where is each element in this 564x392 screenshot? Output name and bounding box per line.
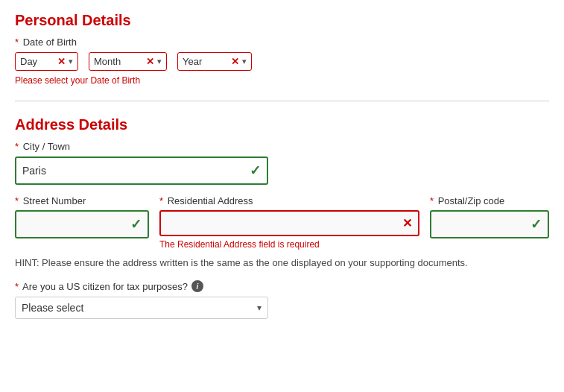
info-icon[interactable]: i (191, 280, 203, 292)
street-input-wrapper[interactable]: ✓ (15, 210, 149, 238)
residential-input[interactable] (167, 218, 402, 230)
residential-required-marker: * (159, 195, 163, 206)
postal-input[interactable] (437, 218, 530, 230)
street-label: * Street Number (15, 195, 149, 206)
address-fields-row: * Street Number ✓ * Residential Address … (15, 195, 549, 250)
personal-details-title: Personal Details (15, 12, 549, 29)
day-clear-icon[interactable]: ✕ (57, 56, 66, 67)
us-citizen-required-marker: * (15, 281, 19, 292)
month-select[interactable]: Month (94, 56, 143, 67)
postal-required-marker: * (430, 195, 434, 206)
day-select[interactable]: Day (20, 56, 54, 67)
dob-required-marker: * (15, 37, 19, 48)
city-required-marker: * (15, 141, 19, 152)
us-citizen-chevron-icon: ▾ (257, 303, 262, 313)
city-input[interactable] (22, 165, 250, 177)
residential-input-wrapper[interactable]: ✕ (159, 210, 419, 236)
postal-label: * Postal/Zip code (430, 195, 549, 206)
hint-text: HINT: Please ensure the address written … (15, 257, 549, 268)
year-chevron-icon: ▾ (242, 57, 247, 66)
street-check-icon: ✓ (130, 216, 142, 233)
dob-row: Day ✕ ▾ Month ✕ ▾ Year ✕ ▾ (15, 52, 549, 71)
day-chevron-icon: ▾ (69, 57, 73, 66)
year-select[interactable]: Year (183, 56, 228, 67)
residential-group: * Residential Address ✕ The Residential … (159, 195, 419, 250)
city-label: * City / Town (15, 141, 549, 152)
address-details-title: Address Details (15, 116, 549, 133)
day-select-wrapper[interactable]: Day ✕ ▾ (15, 52, 78, 71)
year-select-wrapper[interactable]: Year ✕ ▾ (177, 52, 252, 71)
residential-error-message: The Residential Address field is require… (159, 239, 419, 250)
dob-error-message: Please select your Date of Birth (15, 75, 549, 86)
street-number-group: * Street Number ✓ (15, 195, 149, 238)
month-clear-icon[interactable]: ✕ (146, 56, 154, 67)
street-input[interactable] (22, 218, 130, 230)
us-citizen-select-wrapper[interactable]: Please select Yes No ▾ (15, 297, 268, 319)
residential-label: * Residential Address (159, 195, 419, 206)
postal-check-icon: ✓ (530, 216, 542, 233)
section-divider (15, 101, 549, 101)
year-clear-icon[interactable]: ✕ (231, 56, 239, 67)
street-required-marker: * (15, 195, 19, 206)
postal-input-wrapper[interactable]: ✓ (430, 210, 549, 238)
residential-error-icon: ✕ (402, 216, 412, 230)
address-details-section: Address Details * City / Town ✓ * Street… (15, 116, 549, 319)
us-citizen-label: * Are you a US citizen for tax purposes?… (15, 280, 549, 292)
city-input-wrapper[interactable]: ✓ (15, 157, 268, 185)
postal-group: * Postal/Zip code ✓ (430, 195, 549, 238)
city-check-icon: ✓ (250, 162, 261, 179)
month-select-wrapper[interactable]: Month ✕ ▾ (89, 52, 167, 71)
dob-label: * Date of Birth (15, 37, 549, 48)
personal-details-section: Personal Details * Date of Birth Day ✕ ▾… (15, 12, 549, 86)
month-chevron-icon: ▾ (157, 57, 162, 66)
us-citizen-select[interactable]: Please select Yes No (22, 302, 257, 314)
